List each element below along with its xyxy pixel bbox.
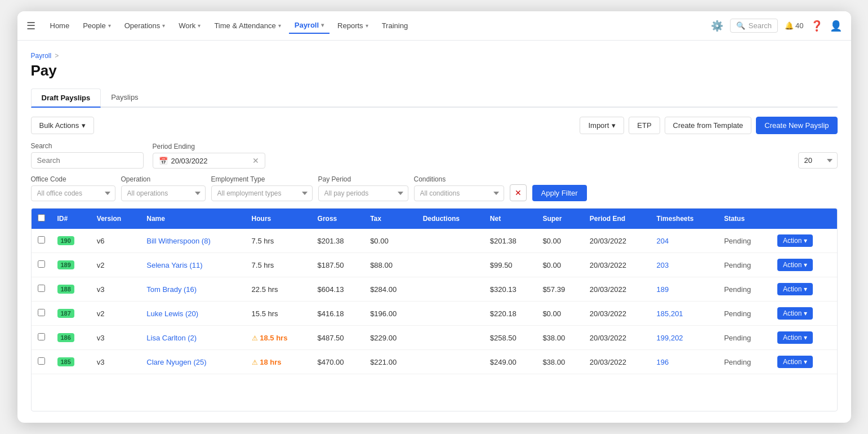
row-checkbox[interactable] xyxy=(38,309,45,316)
row-checkbox[interactable] xyxy=(38,333,45,340)
row-timesheets[interactable]: 203 xyxy=(651,253,719,277)
tab-payslips[interactable]: Payslips xyxy=(101,88,148,108)
row-name[interactable]: Selena Yaris (11) xyxy=(141,253,246,277)
payslips-table: ID# Version Name Hours Gross Tax Deducti… xyxy=(32,209,837,374)
row-timesheets[interactable]: 204 xyxy=(651,229,719,253)
row-timesheets[interactable]: 196 xyxy=(651,350,719,374)
conditions-label: Conditions xyxy=(414,175,504,183)
row-deductions xyxy=(417,350,484,374)
row-name[interactable]: Bill Witherspoon (8) xyxy=(141,229,246,253)
row-status: Pending xyxy=(718,326,772,350)
row-name[interactable]: Clare Nyugen (25) xyxy=(141,350,246,374)
row-hours: 7.5 hrs xyxy=(246,229,312,253)
row-net: $249.00 xyxy=(484,350,537,374)
pay-period-select[interactable]: All pay periods xyxy=(318,185,408,201)
employment-type-select[interactable]: All employment types xyxy=(211,185,313,201)
row-period-end: 20/03/2022 xyxy=(584,253,651,277)
row-tax: $88.00 xyxy=(364,253,417,277)
row-net: $320.13 xyxy=(484,277,537,302)
row-checkbox[interactable] xyxy=(38,260,45,268)
row-name[interactable]: Luke Lewis (20) xyxy=(141,302,246,326)
row-action-button[interactable]: Action ▾ xyxy=(777,283,813,295)
warning-icon: ⚠ xyxy=(252,358,258,366)
row-id: 189 xyxy=(57,260,74,269)
nav-item-training[interactable]: Training xyxy=(376,18,413,33)
search-input[interactable] xyxy=(31,152,144,169)
date-clear-icon[interactable]: ✕ xyxy=(252,156,259,165)
etp-button[interactable]: ETP xyxy=(629,117,660,134)
toolbar-right: Import ▾ ETP Create from Template Create… xyxy=(580,117,837,134)
row-action-button[interactable]: Action ▾ xyxy=(777,356,813,368)
nav-item-time-&-attendance[interactable]: Time & Attendance▾ xyxy=(208,18,286,33)
nav-item-people[interactable]: People▾ xyxy=(77,18,116,33)
office-code-label: Office Code xyxy=(31,175,115,183)
row-gross: $187.50 xyxy=(312,253,365,277)
col-period-end: Period End xyxy=(584,209,651,229)
import-button[interactable]: Import ▾ xyxy=(580,117,624,134)
row-name[interactable]: Lisa Carlton (2) xyxy=(141,326,246,350)
row-checkbox[interactable] xyxy=(38,236,45,243)
nav-item-operations[interactable]: Operations▾ xyxy=(119,18,171,33)
row-timesheets[interactable]: 189 xyxy=(651,277,719,302)
nav-item-home[interactable]: Home xyxy=(44,18,75,33)
row-gross: $470.00 xyxy=(312,350,365,374)
row-gross: $487.50 xyxy=(312,326,365,350)
nav-items: HomePeople▾Operations▾Work▾Time & Attend… xyxy=(44,17,711,34)
row-period-end: 20/03/2022 xyxy=(584,302,651,326)
chevron-down-icon: ▾ xyxy=(198,23,201,29)
office-code-select[interactable]: All office codes xyxy=(31,185,115,201)
row-id: 186 xyxy=(57,333,74,342)
table-row: 186 v3 Lisa Carlton (2) ⚠ 18.5 hrs $487.… xyxy=(32,326,837,350)
row-timesheets[interactable]: 199,202 xyxy=(651,326,719,350)
tab-draft-payslips[interactable]: Draft Payslips xyxy=(31,88,101,108)
row-hours: 22.5 hrs xyxy=(246,277,312,302)
row-hours-value: 18 hrs xyxy=(260,358,281,366)
nav-item-payroll[interactable]: Payroll▾ xyxy=(289,17,330,34)
row-net: $201.38 xyxy=(484,229,537,253)
user-icon[interactable]: 👤 xyxy=(830,20,842,32)
filter-clear-button[interactable]: ✕ xyxy=(510,184,527,201)
breadcrumb-parent[interactable]: Payroll xyxy=(31,52,52,60)
row-net: $258.50 xyxy=(484,326,537,350)
count-select[interactable]: 20 50 100 xyxy=(798,152,838,169)
row-action-button[interactable]: Action ▾ xyxy=(777,234,813,247)
row-timesheets[interactable]: 185,201 xyxy=(651,302,719,326)
row-name[interactable]: Tom Brady (16) xyxy=(141,277,246,302)
nav-item-work[interactable]: Work▾ xyxy=(173,18,206,33)
row-action-button[interactable]: Action ▾ xyxy=(777,259,813,271)
settings-icon[interactable]: ⚙️ xyxy=(711,20,723,32)
global-search[interactable]: 🔍 Search xyxy=(730,19,778,33)
row-net: $99.50 xyxy=(484,253,537,277)
row-period-end: 20/03/2022 xyxy=(584,350,651,374)
create-new-payslip-button[interactable]: Create New Payslip xyxy=(756,117,837,134)
create-from-template-button[interactable]: Create from Template xyxy=(665,117,752,134)
row-hours: 7.5 hrs xyxy=(246,253,312,277)
row-hours: ⚠ 18 hrs xyxy=(246,350,312,374)
operation-select[interactable]: All operations xyxy=(121,185,206,201)
employment-type-filter: Employment Type All employment types xyxy=(211,175,313,201)
toolbar-left: Bulk Actions ▾ xyxy=(31,117,95,134)
row-tax: $0.00 xyxy=(364,229,417,253)
period-ending-value: 20/03/2022 xyxy=(171,157,249,165)
bulk-actions-button[interactable]: Bulk Actions ▾ xyxy=(31,117,95,134)
row-status: Pending xyxy=(718,229,772,253)
navbar: ☰ HomePeople▾Operations▾Work▾Time & Atte… xyxy=(17,11,851,41)
select-all-checkbox[interactable] xyxy=(38,214,45,222)
tabs: Draft PayslipsPayslips xyxy=(31,88,838,108)
conditions-select[interactable]: All conditions xyxy=(414,185,504,201)
help-icon[interactable]: ❓ xyxy=(811,20,823,32)
row-checkbox[interactable] xyxy=(38,357,45,365)
row-action-button[interactable]: Action ▾ xyxy=(777,331,813,344)
row-version: v2 xyxy=(91,253,141,277)
period-ending-input[interactable]: 📅 20/03/2022 ✕ xyxy=(153,153,265,169)
hamburger-icon[interactable]: ☰ xyxy=(26,20,35,32)
row-hours: 15.5 hrs xyxy=(246,302,312,326)
notification-badge[interactable]: 🔔 40 xyxy=(785,21,803,30)
row-id: 185 xyxy=(57,357,74,366)
row-checkbox[interactable] xyxy=(38,285,45,292)
row-action-button[interactable]: Action ▾ xyxy=(777,307,813,320)
row-period-end: 20/03/2022 xyxy=(584,229,651,253)
apply-filter-button[interactable]: Apply Filter xyxy=(532,185,587,201)
row-gross: $416.18 xyxy=(312,302,365,326)
nav-item-reports[interactable]: Reports▾ xyxy=(332,18,374,33)
